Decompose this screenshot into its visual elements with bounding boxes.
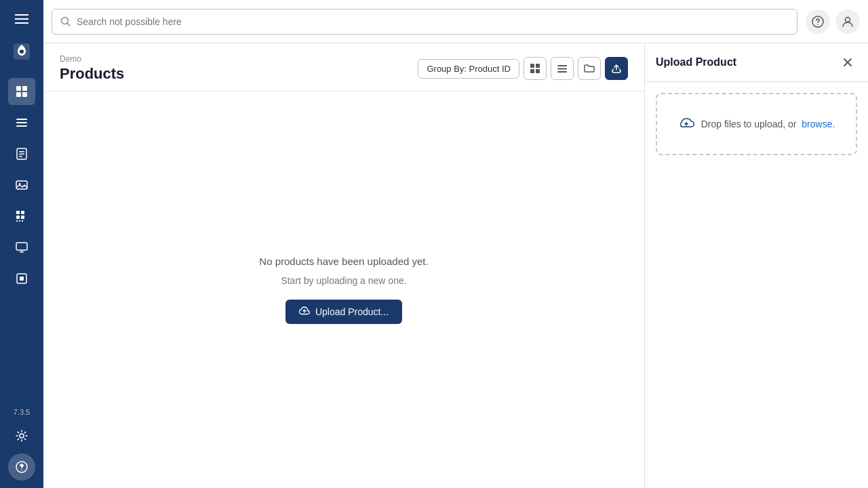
- svg-rect-16: [21, 211, 24, 214]
- svg-rect-8: [16, 125, 27, 127]
- svg-rect-12: [19, 156, 22, 157]
- app-logo: [7, 38, 37, 68]
- sidebar: 7.3.5: [0, 0, 43, 488]
- svg-rect-15: [16, 211, 20, 214]
- main-content: Demo Products Group By: Product ID: [43, 43, 644, 488]
- svg-rect-17: [16, 216, 20, 219]
- close-panel-button[interactable]: [838, 53, 857, 72]
- svg-rect-5: [22, 92, 27, 97]
- svg-rect-22: [16, 243, 27, 250]
- upload-product-button[interactable]: Upload Product...: [285, 300, 402, 324]
- svg-rect-34: [536, 69, 540, 73]
- user-header-button[interactable]: [835, 9, 860, 34]
- svg-rect-24: [22, 250, 22, 251]
- sidebar-item-products[interactable]: [8, 265, 35, 292]
- svg-rect-35: [557, 65, 567, 66]
- page-area: Demo Products Group By: Product ID: [43, 43, 868, 488]
- group-by-button[interactable]: Group By: Product ID: [418, 59, 519, 79]
- svg-point-27: [21, 469, 22, 470]
- svg-rect-31: [530, 64, 534, 68]
- search-input[interactable]: [77, 16, 789, 27]
- svg-rect-3: [22, 86, 27, 91]
- search-bar[interactable]: [52, 9, 797, 35]
- settings-button[interactable]: [8, 422, 35, 449]
- help-header-button[interactable]: [806, 9, 830, 34]
- right-panel-title: Upload Product: [656, 56, 736, 68]
- right-panel: Upload Product Drop files to upload, or …: [644, 43, 868, 488]
- sidebar-item-list[interactable]: [8, 109, 35, 136]
- page-title: Products: [60, 65, 124, 83]
- menu-button[interactable]: [8, 5, 35, 33]
- folder-view-button[interactable]: [578, 57, 601, 80]
- svg-rect-37: [557, 71, 567, 73]
- svg-rect-10: [19, 151, 24, 152]
- search-icon: [60, 16, 71, 27]
- svg-rect-21: [22, 220, 23, 222]
- svg-rect-6: [16, 119, 27, 120]
- empty-state: No products have been uploaded yet. Star…: [43, 92, 644, 488]
- svg-rect-13: [16, 181, 27, 189]
- grid-view-button[interactable]: [524, 57, 547, 80]
- breadcrumb: Demo: [60, 54, 124, 64]
- cloud-upload-icon: [678, 116, 694, 132]
- sidebar-item-dashboard[interactable]: [8, 78, 35, 105]
- svg-rect-20: [19, 220, 20, 222]
- svg-rect-18: [21, 216, 24, 219]
- svg-rect-11: [19, 154, 24, 155]
- svg-rect-36: [557, 68, 567, 70]
- version-label: 7.3.5: [14, 408, 30, 416]
- empty-sub-text: Start by uploading a new one.: [281, 275, 406, 286]
- header-icons: [806, 9, 860, 34]
- page-header: Demo Products Group By: Product ID: [43, 43, 644, 92]
- upload-view-button[interactable]: [605, 57, 628, 80]
- breadcrumb-section: Demo Products: [60, 54, 124, 83]
- right-panel-header: Upload Product: [645, 43, 868, 82]
- list-view-button[interactable]: [551, 57, 574, 80]
- svg-rect-19: [16, 220, 18, 222]
- empty-main-text: No products have been uploaded yet.: [259, 256, 428, 267]
- toolbar-right: Group By: Product ID: [418, 57, 628, 80]
- svg-rect-32: [536, 64, 540, 68]
- svg-rect-23: [20, 251, 24, 253]
- upload-icon: [299, 306, 310, 317]
- svg-rect-7: [16, 122, 27, 123]
- sidebar-item-apps[interactable]: [8, 203, 35, 230]
- svg-point-29: [817, 24, 818, 25]
- help-button[interactable]: [8, 453, 35, 481]
- sidebar-item-tasks[interactable]: [8, 140, 35, 167]
- svg-point-30: [846, 17, 850, 22]
- top-header: [43, 0, 868, 43]
- svg-rect-4: [16, 92, 21, 97]
- svg-rect-26: [20, 277, 24, 281]
- svg-rect-33: [530, 69, 534, 73]
- drop-zone-text: Drop files to upload, or browse.: [701, 119, 835, 129]
- svg-rect-2: [16, 86, 21, 91]
- sidebar-item-images[interactable]: [8, 171, 35, 199]
- sidebar-item-monitor[interactable]: [8, 234, 35, 261]
- drop-zone[interactable]: Drop files to upload, or browse.: [656, 93, 857, 155]
- browse-link[interactable]: browse.: [802, 119, 835, 129]
